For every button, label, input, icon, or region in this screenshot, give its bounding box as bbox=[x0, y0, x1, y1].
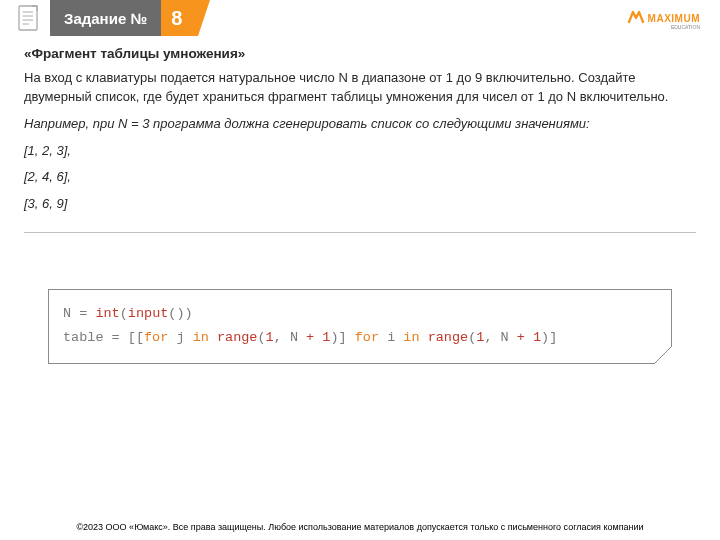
footer: ©2023 ООО «Юмакс». Все права защищены. Л… bbox=[0, 516, 720, 534]
example-row-3: [3, 6, 9] bbox=[24, 195, 696, 214]
title-bar: Задание № bbox=[50, 0, 161, 36]
task-number-badge: 8 bbox=[161, 0, 198, 36]
code-line-1: N = int(input()) bbox=[63, 302, 657, 326]
code-block: N = int(input()) table = [[for j in rang… bbox=[48, 289, 672, 364]
svg-rect-0 bbox=[19, 6, 37, 30]
content-area: «Фрагмент таблицы умножения» На вход с к… bbox=[0, 36, 720, 214]
divider bbox=[24, 232, 696, 233]
task-label: Задание № bbox=[64, 10, 147, 27]
document-icon bbox=[12, 4, 46, 32]
logo-text: MAXIMUM bbox=[648, 13, 700, 24]
slide-header: Задание № 8 MAXIMUM EDUCATION bbox=[0, 0, 720, 36]
task-description: На вход с клавиатуры подается натурально… bbox=[24, 69, 696, 107]
copyright-text: ©2023 ООО «Юмакс». Все права защищены. Л… bbox=[76, 522, 643, 532]
task-example-intro: Например, при N = 3 программа должна сге… bbox=[24, 115, 696, 134]
task-subtitle: «Фрагмент таблицы умножения» bbox=[24, 46, 696, 61]
example-row-1: [1, 2, 3], bbox=[24, 142, 696, 161]
task-number: 8 bbox=[171, 7, 182, 30]
logo-subtext: EDUCATION bbox=[671, 24, 700, 30]
brand-logo: MAXIMUM EDUCATION bbox=[627, 6, 700, 28]
example-row-2: [2, 4, 6], bbox=[24, 168, 696, 187]
code-line-2: table = [[for j in range(1, N + 1)] for … bbox=[63, 326, 657, 350]
